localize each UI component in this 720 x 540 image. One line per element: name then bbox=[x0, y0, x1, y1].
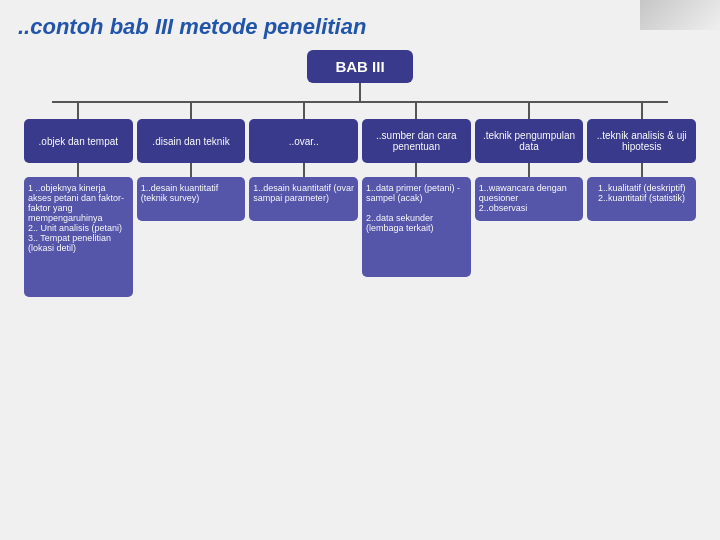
node-disain: .disain dan teknik bbox=[137, 119, 246, 163]
node-disain-detail: 1..desain kuantitatif (teknik survey) bbox=[137, 177, 246, 221]
col-teknik-kumpul: .teknik pengumpulan data 1..wawancara de… bbox=[475, 103, 584, 297]
conn-up-3 bbox=[303, 103, 305, 119]
top-decoration bbox=[640, 0, 720, 30]
node-objek: .objek dan tempat bbox=[24, 119, 133, 163]
conn-up-6 bbox=[641, 103, 643, 119]
node-teknik-analisis: ..teknik analisis & uji hipotesis bbox=[587, 119, 696, 163]
conn-down-3 bbox=[303, 163, 305, 177]
node-sumber-detail: 1..data primer (petani) -sampel (acak) 2… bbox=[362, 177, 471, 277]
node-objek-detail: 1 ..objeknya kinerja akses petani dan fa… bbox=[24, 177, 133, 297]
conn-up-2 bbox=[190, 103, 192, 119]
conn-down-2 bbox=[190, 163, 192, 177]
col-objek: .objek dan tempat 1 ..objeknya kinerja a… bbox=[24, 103, 133, 297]
conn-down-1 bbox=[77, 163, 79, 177]
col-teknik-analisis: ..teknik analisis & uji hipotesis 1..kua… bbox=[587, 103, 696, 297]
node-ovar-detail: 1..desain kuantitatif (ovar sampai param… bbox=[249, 177, 358, 221]
conn-down-4 bbox=[415, 163, 417, 177]
conn-down-5 bbox=[528, 163, 530, 177]
col-sumber: ..sumber dan cara penentuan 1..data prim… bbox=[362, 103, 471, 297]
col-ovar: ..ovar.. 1..desain kuantitatif (ovar sam… bbox=[249, 103, 358, 297]
root-connector bbox=[359, 83, 361, 101]
conn-up-1 bbox=[77, 103, 79, 119]
node-ovar: ..ovar.. bbox=[249, 119, 358, 163]
page-title: ..contoh bab III metode penelitian bbox=[0, 0, 720, 46]
conn-up-5 bbox=[528, 103, 530, 119]
chart-area: BAB III .objek dan tempat 1 ..objeknya k… bbox=[0, 50, 720, 297]
node-teknik-kumpul-detail: 1..wawancara dengan quesioner 2..observa… bbox=[475, 177, 584, 221]
root-node: BAB III bbox=[307, 50, 412, 83]
node-teknik-analisis-detail: 1..kualitatif (deskriptif) 2..kuantitati… bbox=[587, 177, 696, 221]
level2-row: .objek dan tempat 1 ..objeknya kinerja a… bbox=[24, 103, 696, 297]
col-disain: .disain dan teknik 1..desain kuantitatif… bbox=[137, 103, 246, 297]
conn-up-4 bbox=[415, 103, 417, 119]
node-teknik-kumpul: .teknik pengumpulan data bbox=[475, 119, 584, 163]
node-sumber: ..sumber dan cara penentuan bbox=[362, 119, 471, 163]
conn-down-6 bbox=[641, 163, 643, 177]
